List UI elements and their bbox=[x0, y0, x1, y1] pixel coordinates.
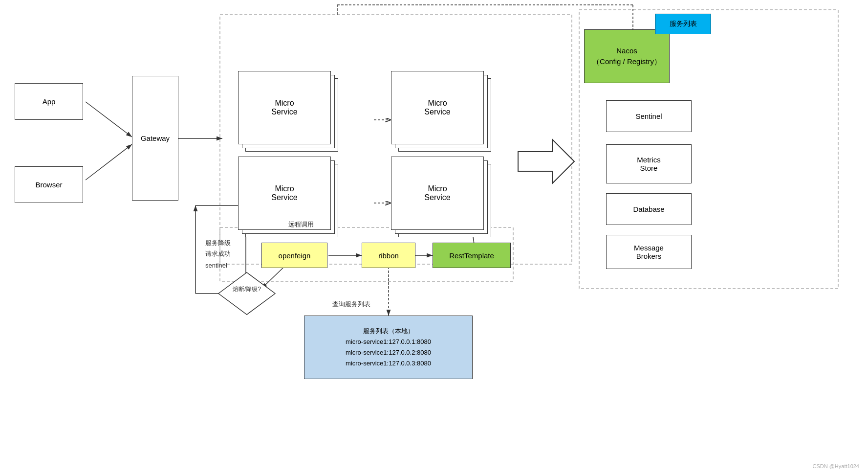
svg-marker-17 bbox=[518, 139, 574, 183]
sentinel-text-label: sentinel bbox=[205, 262, 227, 269]
service-list-local-box: 服务列表（本地）micro-service1:127.0.0.1:8080mic… bbox=[304, 316, 473, 379]
database-box: Database bbox=[606, 193, 692, 225]
service-downgrade-label: 服务降级 bbox=[205, 239, 231, 248]
diagram-container: App Browser Gateway MicroService MicroSe… bbox=[0, 0, 868, 475]
database-label: Database bbox=[633, 205, 664, 213]
message-brokers-label: MessageBrokers bbox=[634, 244, 664, 260]
diamond-box: 熔断/降级? bbox=[217, 271, 276, 316]
svg-text:熔断/降级?: 熔断/降级? bbox=[233, 286, 261, 293]
browser-box: Browser bbox=[15, 166, 83, 203]
nacos-box: Nacos（Config / Registry） bbox=[584, 29, 670, 83]
gateway-box: Gateway bbox=[132, 76, 178, 201]
service-list-local-label: 服务列表（本地）micro-service1:127.0.0.1:8080mic… bbox=[346, 327, 431, 367]
app-box: App bbox=[15, 83, 83, 120]
sentinel-box: Sentinel bbox=[606, 100, 692, 132]
ribbon-label: ribbon bbox=[378, 251, 399, 260]
service-list-tag-box: 服务列表 bbox=[655, 14, 711, 34]
microservice2-label: MicroService bbox=[424, 99, 450, 116]
message-brokers-box: MessageBrokers bbox=[606, 235, 692, 269]
svg-marker-22 bbox=[218, 272, 275, 315]
request-success-label: 请求成功 bbox=[205, 249, 231, 258]
ribbon-box: ribbon bbox=[362, 243, 415, 268]
microservice1-stack: MicroService bbox=[238, 71, 341, 154]
openfeign-label: openfeign bbox=[279, 251, 311, 260]
microservice4-stack: MicroService bbox=[391, 157, 494, 240]
watermark: CSDN @Hyatt1024 bbox=[812, 463, 859, 469]
service-list-tag-label: 服务列表 bbox=[670, 20, 697, 28]
openfeign-box: openfeign bbox=[261, 243, 327, 268]
browser-label: Browser bbox=[35, 181, 62, 189]
svg-line-4 bbox=[86, 144, 132, 180]
microservice1-label: MicroService bbox=[271, 99, 297, 116]
microservice2-stack: MicroService bbox=[391, 71, 494, 154]
nacos-label: Nacos（Config / Registry） bbox=[592, 45, 661, 68]
resttemplate-label: RestTemplate bbox=[449, 251, 494, 260]
app-label: App bbox=[43, 97, 56, 106]
query-service-list-label: 查询服务列表 bbox=[332, 300, 370, 309]
microservice4-label: MicroService bbox=[424, 184, 450, 202]
remote-call-label: 远程调用 bbox=[288, 220, 314, 229]
sentinel-label: Sentinel bbox=[635, 112, 662, 120]
gateway-label: Gateway bbox=[141, 134, 170, 142]
microservice3-label: MicroService bbox=[271, 184, 297, 202]
metrics-store-label: MetricsStore bbox=[637, 156, 660, 172]
svg-line-3 bbox=[86, 102, 132, 137]
metrics-store-box: MetricsStore bbox=[606, 144, 692, 183]
resttemplate-box: RestTemplate bbox=[433, 243, 511, 268]
